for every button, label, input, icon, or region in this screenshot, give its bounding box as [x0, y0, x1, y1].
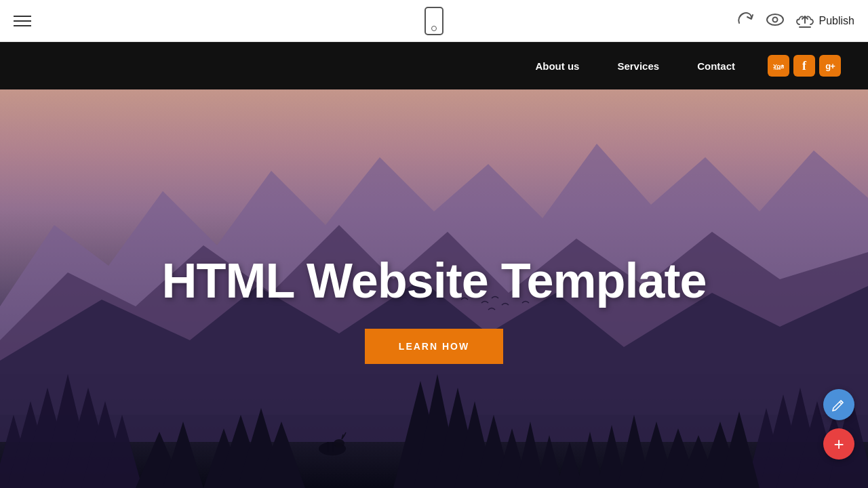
mobile-preview-icon[interactable]	[425, 7, 443, 35]
toolbar-left	[14, 16, 31, 26]
undo-icon[interactable]	[735, 11, 754, 31]
menu-icon[interactable]	[14, 16, 31, 26]
nav-services[interactable]: Services	[598, 60, 678, 72]
toolbar-right: Publish	[735, 11, 854, 31]
nav-contact[interactable]: Contact	[678, 60, 754, 72]
toolbar: Publish	[0, 0, 868, 42]
preview-icon[interactable]	[766, 14, 784, 28]
publish-button[interactable]: Publish	[796, 14, 854, 28]
facebook-icon[interactable]: f	[793, 55, 815, 77]
social-icons: You Tube f g+	[768, 55, 841, 77]
fab-add-button[interactable]: +	[823, 428, 854, 460]
navbar: About us Services Contact You Tube f g+	[0, 42, 868, 89]
publish-label: Publish	[819, 15, 854, 27]
svg-point-1	[772, 17, 777, 22]
hero-title: HTML Website Template	[161, 254, 706, 308]
youtube-icon[interactable]: You Tube	[768, 55, 789, 77]
svg-text:Tube: Tube	[773, 66, 781, 70]
svg-point-50	[334, 439, 344, 447]
hero-content: HTML Website Template LEARN HOW	[161, 254, 706, 363]
nav-about-us[interactable]: About us	[516, 60, 598, 72]
svg-rect-48	[327, 442, 329, 452]
fab-edit-button[interactable]	[823, 389, 854, 420]
googleplus-icon[interactable]: g+	[819, 55, 841, 77]
learn-how-button[interactable]: LEARN HOW	[365, 329, 503, 364]
plus-icon: +	[833, 434, 844, 455]
hero-section: HTML Website Template LEARN HOW	[0, 89, 868, 488]
toolbar-center	[425, 7, 443, 35]
svg-point-0	[767, 14, 783, 25]
nav-links: About us Services Contact	[516, 60, 754, 72]
